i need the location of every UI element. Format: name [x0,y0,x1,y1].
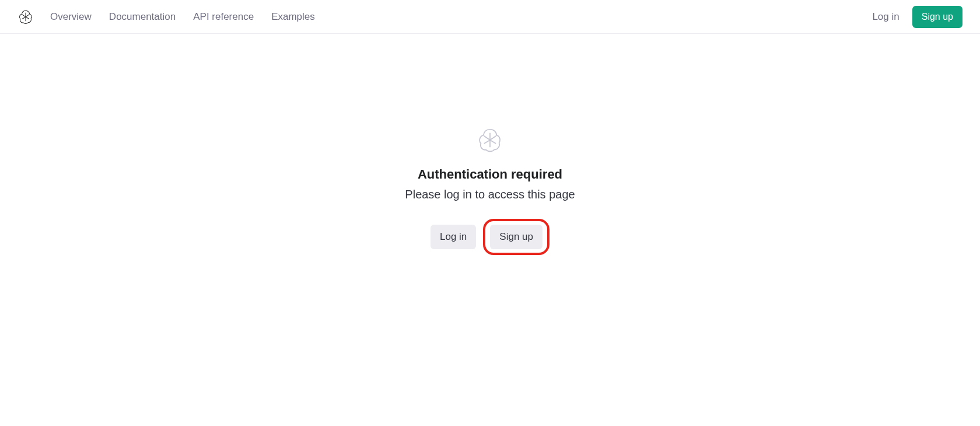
nav-api-reference[interactable]: API reference [193,11,254,23]
top-nav-bar: Overview Documentation API reference Exa… [0,0,980,34]
annotation-highlight: Sign up [483,219,550,255]
header-login-link[interactable]: Log in [872,11,899,23]
main-login-button[interactable]: Log in [430,225,476,249]
nav-documentation[interactable]: Documentation [109,11,176,23]
auth-button-row: Log in Sign up [430,219,550,255]
openai-logo-icon[interactable] [18,9,34,25]
main-signup-button[interactable]: Sign up [490,225,542,249]
auth-required-title: Authentication required [418,167,562,182]
header-auth-actions: Log in Sign up [872,6,963,28]
auth-required-subtitle: Please log in to access this page [405,188,575,201]
nav-examples[interactable]: Examples [271,11,315,23]
openai-logo-large-icon [477,127,503,153]
main-nav: Overview Documentation API reference Exa… [50,11,872,23]
nav-overview[interactable]: Overview [50,11,92,23]
main-content: Authentication required Please log in to… [0,34,980,255]
header-signup-button[interactable]: Sign up [912,6,963,28]
